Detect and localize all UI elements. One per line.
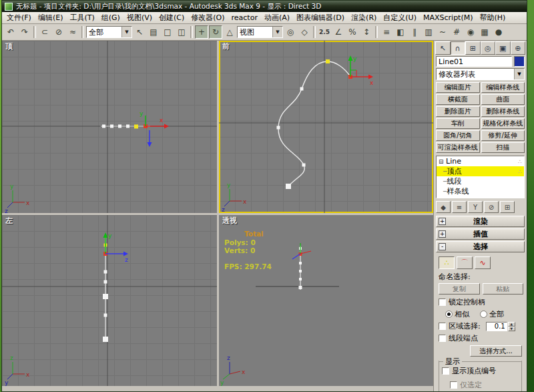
select-and-rotate-icon[interactable]: ↻ bbox=[209, 25, 222, 39]
chevron-down-icon[interactable]: ▼ bbox=[121, 27, 131, 37]
menu-maxscript[interactable]: MAXScript(M) bbox=[420, 12, 477, 23]
vertex-subobject-icon[interactable]: ∴ bbox=[439, 256, 455, 269]
menu-modifiers[interactable]: 修改器(O) bbox=[188, 11, 228, 24]
menu-create[interactable]: 创建(C) bbox=[156, 11, 188, 24]
undo-icon[interactable]: ↶ bbox=[4, 25, 17, 39]
create-tab-icon[interactable]: ↖ bbox=[435, 41, 451, 55]
expand-icon[interactable]: + bbox=[439, 218, 446, 225]
selected-only-row[interactable]: 仅选定 bbox=[450, 380, 520, 390]
modify-tab-icon[interactable]: ∩ bbox=[451, 41, 466, 55]
trim-extend-button[interactable]: 修剪/延伸 bbox=[481, 130, 525, 141]
named-selection-sets-icon[interactable]: ≡ bbox=[380, 25, 393, 39]
align-icon[interactable]: ∥ bbox=[408, 25, 421, 39]
select-and-link-icon[interactable]: ⊂ bbox=[38, 25, 51, 39]
menu-group[interactable]: 组(G) bbox=[98, 11, 123, 24]
paste-button[interactable]: 粘贴 bbox=[483, 283, 524, 295]
menu-edit[interactable]: 编辑(E) bbox=[35, 11, 67, 24]
pin-stack-icon[interactable]: ◆ bbox=[436, 201, 451, 213]
delete-spline-button[interactable]: 删除样条线 bbox=[481, 106, 525, 117]
stack-item-line[interactable]: ⊟ Line ∴ bbox=[437, 156, 524, 166]
edit-spline-button[interactable]: 编辑样条线 bbox=[481, 82, 525, 93]
layer-manager-icon[interactable]: ▥ bbox=[422, 25, 435, 39]
viewport-perspective-label[interactable]: 透视 bbox=[222, 216, 237, 226]
chevron-down-icon[interactable]: ▼ bbox=[272, 27, 282, 37]
copy-button[interactable]: 复制 bbox=[439, 283, 480, 295]
menu-tools[interactable]: 工具(T) bbox=[66, 11, 97, 24]
show-vertex-numbers-checkbox[interactable] bbox=[442, 367, 449, 375]
menu-animation[interactable]: 动画(A) bbox=[261, 11, 293, 24]
utilities-tab-icon[interactable]: ⊕ bbox=[511, 41, 526, 55]
cross-section-button[interactable]: 横截面 bbox=[436, 94, 480, 105]
select-and-move-icon[interactable]: + bbox=[195, 25, 208, 39]
mirror-icon[interactable]: ◧ bbox=[394, 25, 407, 39]
rollout-render[interactable]: + 渲染 bbox=[436, 216, 525, 227]
schematic-view-icon[interactable]: # bbox=[450, 25, 463, 39]
title-bar[interactable]: 无标题 - 项目文件夹: D:\用户目录\我的文档\3dsmax - Autod… bbox=[2, 1, 527, 12]
show-end-result-icon[interactable]: ≡ bbox=[452, 201, 467, 213]
menu-file[interactable]: 文件(F) bbox=[3, 11, 35, 24]
select-and-scale-icon[interactable]: △ bbox=[223, 25, 236, 39]
spinner-snap-icon[interactable]: ↕ bbox=[360, 25, 373, 39]
make-unique-icon[interactable]: Y bbox=[468, 201, 483, 213]
stack-item-spline[interactable]: 样条线 bbox=[437, 186, 524, 196]
viewport-left[interactable]: 左 bbox=[2, 215, 217, 386]
lock-handles-row[interactable]: 锁定控制柄 bbox=[439, 297, 523, 307]
stack-item-segment[interactable]: 线段 bbox=[437, 176, 524, 186]
reference-coordinate-dropdown[interactable]: 视图 ▼ bbox=[237, 26, 283, 38]
select-and-manipulate-icon[interactable]: ◇ bbox=[298, 25, 311, 39]
all-radio[interactable] bbox=[480, 311, 487, 318]
lock-handles-checkbox[interactable] bbox=[439, 299, 446, 306]
viewport-top-label[interactable]: 顶 bbox=[5, 41, 13, 51]
surface-button[interactable]: 曲面 bbox=[481, 94, 525, 105]
bind-to-space-warp-icon[interactable]: ≈ bbox=[66, 25, 79, 39]
selection-filter-dropdown[interactable]: 全部 ▼ bbox=[86, 26, 132, 38]
area-selection-row[interactable]: 区域选择: 0.1 ▲ ▼ bbox=[439, 321, 523, 331]
quick-render-icon[interactable]: ● bbox=[492, 25, 505, 39]
lathe-button[interactable]: 车削 bbox=[436, 118, 480, 129]
window-crossing-icon[interactable]: ◫ bbox=[175, 25, 188, 39]
curve-editor-icon[interactable]: ~ bbox=[436, 25, 449, 39]
select-object-icon[interactable]: ↖ bbox=[133, 25, 146, 39]
viewport-left-label[interactable]: 左 bbox=[5, 216, 13, 226]
hierarchy-tab-icon[interactable]: ⊞ bbox=[465, 41, 481, 55]
rollout-selection[interactable]: - 选择 bbox=[436, 241, 525, 252]
select-by-button[interactable]: 选择方式... bbox=[470, 345, 522, 357]
menu-help[interactable]: 帮助(H) bbox=[477, 11, 509, 24]
viewport-front[interactable]: 前 y bbox=[219, 41, 433, 213]
segment-subobject-icon[interactable]: ⌒ bbox=[457, 256, 473, 269]
modifier-list-dropdown[interactable]: 修改器列表 ▼ bbox=[436, 68, 525, 80]
display-tab-icon[interactable]: ▣ bbox=[495, 41, 511, 55]
collapse-icon[interactable]: ⊟ bbox=[439, 158, 446, 165]
percent-snap-icon[interactable]: % bbox=[346, 25, 359, 39]
select-by-name-icon[interactable]: ▤ bbox=[147, 25, 160, 39]
menu-customize[interactable]: 自定义(U) bbox=[380, 11, 420, 24]
delete-patch-button[interactable]: 删除面片 bbox=[436, 106, 480, 117]
menu-views[interactable]: 视图(V) bbox=[123, 11, 156, 24]
sweep-button[interactable]: 扫描 bbox=[481, 142, 525, 153]
viewport-top[interactable]: 顶 x bbox=[2, 41, 217, 213]
motion-tab-icon[interactable]: ◎ bbox=[481, 41, 496, 55]
viewport-front-label[interactable]: 前 bbox=[222, 41, 230, 51]
edit-patch-button[interactable]: 编辑面片 bbox=[436, 82, 480, 93]
viewport-perspective[interactable]: 透视 Total Polys: 0 Verts: 0 FPS: 297.74 bbox=[219, 215, 433, 386]
material-editor-icon[interactable]: ◉ bbox=[464, 25, 477, 39]
rectangular-region-icon[interactable]: □ bbox=[161, 25, 174, 39]
menu-reactor[interactable]: reactor bbox=[228, 12, 261, 23]
angle-snap-icon[interactable]: ∠ bbox=[332, 25, 345, 39]
renderable-spline-button[interactable]: 可渲染样条线 bbox=[436, 142, 480, 153]
object-color-swatch[interactable] bbox=[514, 56, 525, 67]
segment-end-checkbox[interactable] bbox=[439, 335, 446, 342]
menu-graph-editors[interactable]: 图表编辑器(D) bbox=[293, 11, 348, 24]
expand-icon[interactable]: + bbox=[439, 230, 446, 238]
similar-radio[interactable] bbox=[445, 311, 453, 318]
spinner-down-icon[interactable]: ▼ bbox=[508, 327, 515, 331]
spinner-up-icon[interactable]: ▲ bbox=[508, 322, 515, 327]
menu-rendering[interactable]: 渲染(R) bbox=[348, 11, 380, 24]
remove-modifier-icon[interactable]: ⊘ bbox=[484, 201, 499, 213]
spline-subobject-icon[interactable]: ∿ bbox=[475, 256, 491, 269]
segment-end-row[interactable]: 线段端点 bbox=[439, 333, 523, 343]
selected-only-checkbox[interactable] bbox=[450, 381, 457, 389]
collapse-icon[interactable]: - bbox=[439, 243, 446, 250]
area-threshold-spinner[interactable]: 0.1 ▲ ▼ bbox=[486, 322, 515, 331]
render-setup-icon[interactable]: ▦ bbox=[478, 25, 491, 39]
